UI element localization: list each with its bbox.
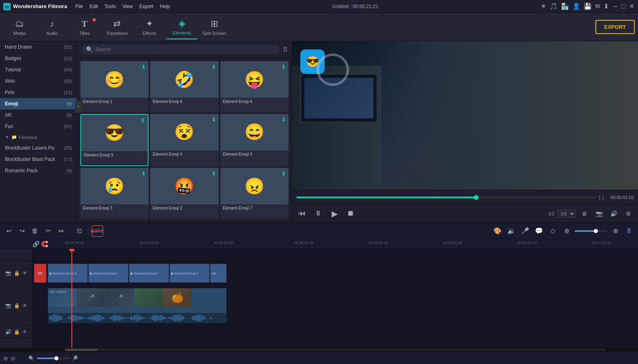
user-icon[interactable]: 👤 bbox=[572, 2, 580, 10]
download-icon[interactable]: ⬇ bbox=[604, 2, 609, 10]
remove-track-icon[interactable]: ⊖ bbox=[11, 355, 15, 362]
left-panel-web[interactable]: Web (56) bbox=[0, 75, 77, 87]
color-grade-button[interactable]: 🎨 bbox=[492, 225, 503, 237]
split-button[interactable]: ⇔ bbox=[55, 225, 67, 237]
lock-track-icon[interactable]: 🔒 bbox=[14, 270, 20, 276]
undo-button[interactable]: ↩ bbox=[3, 225, 15, 237]
element-clip-2[interactable]: ▶ Element Emoji 9 bbox=[88, 264, 128, 283]
search-input[interactable] bbox=[95, 47, 275, 52]
crop-button[interactable]: ⊡ bbox=[73, 225, 85, 237]
eye-track-icon[interactable]: 👁 bbox=[22, 270, 27, 276]
element-card-emoji6[interactable]: 😝 ⬇ Element Emoji 6 bbox=[220, 61, 289, 112]
expand-button[interactable]: ⊕ bbox=[610, 225, 621, 237]
sun-icon[interactable]: ☀ bbox=[541, 2, 546, 10]
audio-eye-icon[interactable]: 👁 bbox=[22, 329, 27, 335]
video-lock-icon[interactable]: 🔒 bbox=[14, 303, 20, 308]
element-card-emoji5[interactable]: 😄 ⬇ Element Emoji 5 bbox=[220, 114, 289, 167]
zoom-out-icon[interactable]: 🔎 bbox=[72, 355, 78, 361]
menu-edit[interactable]: Edit bbox=[90, 4, 98, 9]
video-eye-icon[interactable]: 👁 bbox=[22, 303, 27, 308]
snapshot-button[interactable]: 📷 bbox=[593, 208, 605, 219]
playback-speed-slider[interactable] bbox=[575, 230, 607, 232]
left-panel-blockbuster-blast[interactable]: BlockBuster Blast Pack (17) bbox=[0, 154, 77, 165]
add-track-icon[interactable]: ⊕ bbox=[3, 355, 8, 362]
timeline-scroll-thumb[interactable] bbox=[65, 349, 97, 351]
redo-button[interactable]: ↪ bbox=[16, 225, 28, 237]
timeline-scroll-track[interactable] bbox=[65, 349, 606, 351]
search-input-container[interactable]: 🔍 bbox=[81, 45, 280, 54]
element-card-emoji9[interactable]: 😎 ⬇ Element Emoji 9 bbox=[80, 114, 149, 167]
resolution-select[interactable]: 1/2Full1/4 bbox=[558, 210, 575, 218]
grid-view-icon[interactable]: ⠿ bbox=[283, 46, 288, 54]
mail-icon[interactable]: ✉ bbox=[595, 2, 600, 10]
zoom-in-icon[interactable]: 🔍 bbox=[28, 355, 34, 361]
speech-button[interactable]: 🎤 bbox=[519, 225, 531, 237]
element-card-emoji4[interactable]: 😵 ⬇ Element Emoji 4 bbox=[150, 114, 218, 167]
zoom-track[interactable] bbox=[37, 358, 69, 359]
left-panel-handdrawn[interactable]: Hand Drawn (21) bbox=[0, 41, 77, 53]
menu-file[interactable]: File bbox=[75, 4, 83, 9]
pause-tl-button[interactable]: ⏸ bbox=[623, 225, 635, 237]
play-button[interactable]: ▶ bbox=[329, 208, 340, 219]
audio-duck-button[interactable]: 🔉 bbox=[506, 225, 517, 237]
left-panel-emoji[interactable]: Emoji (9) bbox=[0, 98, 77, 109]
export-button[interactable]: EXPORT bbox=[595, 20, 635, 34]
keyframe-button[interactable]: ◇ bbox=[547, 225, 558, 237]
playhead[interactable] bbox=[71, 249, 72, 348]
progress-bar[interactable] bbox=[296, 197, 596, 198]
left-panel-ar[interactable]: AR (8) bbox=[0, 109, 77, 121]
element-card-emoji8[interactable]: 🤣 ⬇ Element Emoji 8 bbox=[150, 61, 218, 112]
toolbar-splitscreen[interactable]: ⊞ Split Screen bbox=[198, 15, 231, 39]
toolbar-audio[interactable]: ♪ Audio bbox=[36, 15, 68, 39]
settings-button[interactable]: ⚙ bbox=[623, 208, 634, 219]
minimize-button[interactable]: ─ bbox=[612, 3, 619, 10]
menu-tools[interactable]: Tools bbox=[104, 4, 116, 9]
element-clip-1[interactable]: ▶ Element Emoji 9 bbox=[48, 264, 88, 283]
music-icon[interactable]: 🎵 bbox=[550, 2, 558, 10]
toolbar-effects[interactable]: ✦ Effects bbox=[133, 15, 166, 39]
close-button[interactable]: ✕ bbox=[628, 3, 635, 10]
toolbar-media[interactable]: 🗂 Media bbox=[3, 15, 36, 39]
toolbar-elements[interactable]: ◈ Elements bbox=[166, 15, 198, 39]
maximize-button[interactable]: □ bbox=[620, 3, 627, 10]
menu-help[interactable]: Help bbox=[160, 4, 170, 9]
step-back-button[interactable]: ⏸ bbox=[313, 208, 324, 219]
element-clip-5[interactable]: Ele bbox=[210, 264, 226, 283]
link-tracks-icon[interactable]: 🔗 bbox=[32, 241, 39, 247]
element-card-emoji1[interactable]: 😊 ⬇ Element Emoji 1 bbox=[80, 61, 149, 112]
mark-button[interactable]: MARK bbox=[92, 225, 103, 237]
left-panel-pets[interactable]: Pets (11) bbox=[0, 87, 77, 98]
left-panel-blockbuster-lasers[interactable]: BlockBuster Lasers Pa (25) bbox=[0, 142, 77, 154]
save-icon[interactable]: 💾 bbox=[584, 2, 592, 10]
element-clip-3[interactable]: ▶ Element Emoji 9 bbox=[129, 264, 169, 283]
element-card-emoji3[interactable]: 😢 ⬇ Element Emoji 3 bbox=[80, 168, 149, 219]
element-clip-4[interactable]: ▶ Element Emoji 1 bbox=[170, 264, 209, 283]
speed-button[interactable]: ⊕ bbox=[561, 225, 572, 237]
track-header-video: 📷 🔒 👁 bbox=[0, 285, 32, 326]
rewind-button[interactable]: ⏮ bbox=[296, 208, 308, 219]
stop-button[interactable]: ⏹ bbox=[345, 208, 356, 219]
timeline-tracks: ✂ ▶ Element Emoji 9 ▶ Element Emoji 9 ▶ … bbox=[32, 249, 638, 348]
menu-view[interactable]: View bbox=[122, 4, 133, 9]
filmstock-section[interactable]: ▼ 📁 Filmstock bbox=[0, 132, 77, 142]
left-panel-romantic[interactable]: Romantic Pack (9) bbox=[0, 165, 77, 176]
zoom-slider[interactable] bbox=[37, 358, 69, 359]
delete-button[interactable]: 🗑 bbox=[29, 225, 41, 237]
element-card-emoji2[interactable]: 🤬 ⬇ Element Emoji 2 bbox=[150, 168, 218, 219]
left-panel-fun[interactable]: Fun (57) bbox=[0, 121, 77, 132]
toolbar-titles[interactable]: T Titles bbox=[68, 15, 101, 39]
cut-button[interactable]: ✂ bbox=[42, 225, 54, 237]
element-card-emoji7[interactable]: 😠 ⬇ Element Emoji 7 bbox=[220, 168, 289, 219]
video-clip[interactable]: My Video1 🎤 🎤 🍊 bbox=[48, 288, 226, 323]
left-panel-tutorial[interactable]: Tutorial (64) bbox=[0, 64, 77, 75]
fullscreen-button[interactable]: 🖥 bbox=[579, 208, 590, 219]
toolbar-transitions[interactable]: ⇄ Transitions bbox=[101, 15, 133, 39]
volume-button[interactable]: 🔊 bbox=[608, 208, 619, 219]
audio-lock-icon[interactable]: 🔒 bbox=[14, 329, 20, 335]
left-panel-badges[interactable]: Badges (12) bbox=[0, 53, 77, 64]
captions-button[interactable]: 💬 bbox=[533, 225, 545, 237]
panel-collapse-button[interactable]: ‹ bbox=[75, 101, 82, 113]
menu-export[interactable]: Export bbox=[139, 4, 153, 9]
store-icon[interactable]: 🏪 bbox=[561, 2, 569, 10]
magnet-icon[interactable]: 🧲 bbox=[41, 241, 48, 247]
